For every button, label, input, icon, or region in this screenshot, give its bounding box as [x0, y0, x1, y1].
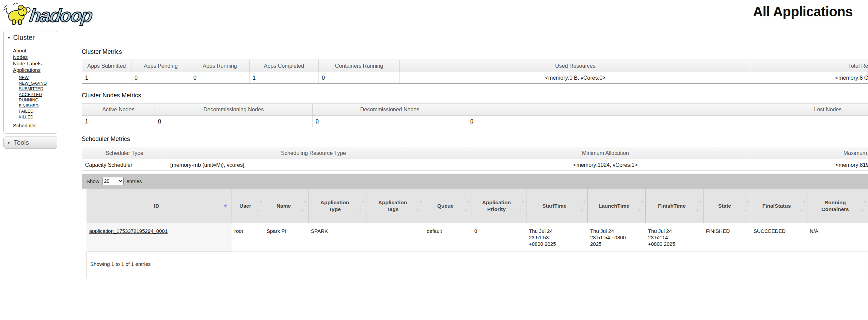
table-footer: Showing 1 to 1 of 1 entries — [86, 252, 868, 279]
col-scheduling-resource-type: Scheduling Resource Type — [167, 147, 460, 159]
header-starttime[interactable]: StartTime — [526, 189, 587, 223]
app-finishtime-cell: Thu Jul 24 23:52:14 +0800 2025 — [645, 223, 703, 252]
header-application-tags[interactable]: Application Tags — [366, 189, 424, 223]
apps-completed-value: 1 — [250, 72, 319, 84]
page-title: All Applications — [753, 4, 853, 19]
col-apps-completed: Apps Completed — [250, 60, 319, 72]
sort-icons — [464, 203, 470, 209]
col-total-resources: Total Resources — [751, 60, 868, 72]
col-maximum-allocation: Maximum Allocation — [751, 147, 868, 159]
col-active-nodes: Active Nodes — [82, 103, 155, 116]
hadoop-logo-text: hadoop — [29, 5, 94, 26]
app-running-containers-cell: N/A — [807, 223, 868, 252]
sidebar-item-state-new[interactable]: NEW — [19, 75, 29, 80]
hadoop-logo[interactable]: hadoop — [3, 2, 105, 27]
used-resources-value: <memory:0 B, vCores:0> — [400, 72, 751, 84]
total-resources-value: <memory:8 GB, vCores:8> — [751, 72, 868, 84]
header-application-type[interactable]: Application Type — [308, 189, 366, 223]
app-id-link[interactable]: application_1753372195294_0001 — [89, 228, 168, 234]
app-starttime-cell: Thu Jul 24 23:51:53 +0800 2025 — [526, 223, 587, 252]
apps-pending-value: 0 — [131, 72, 190, 84]
cluster-metrics-heading: Cluster Metrics — [82, 48, 868, 55]
sort-icons — [638, 203, 644, 209]
app-user-cell: root — [232, 223, 264, 252]
col-apps-pending: Apps Pending — [131, 60, 190, 72]
sidebar-item-nodes[interactable]: Nodes — [13, 54, 28, 60]
sidebar-item-state-new-saving[interactable]: NEW_SAVING — [19, 81, 47, 86]
header-running-containers[interactable]: Running Containers — [807, 189, 868, 223]
app-state-cell: FINISHED — [703, 223, 751, 252]
header-id[interactable]: ID — [86, 189, 232, 223]
sidebar-item-state-submitted[interactable]: SUBMITTED — [19, 86, 43, 91]
header-queue[interactable]: Queue — [424, 189, 472, 223]
page-size-select[interactable]: 20 — [102, 177, 124, 185]
sidebar-item-node-labels[interactable]: Node Labels — [13, 61, 42, 66]
tools-section-header[interactable]: ▸Tools — [3, 137, 57, 149]
header-finalstatus[interactable]: FinalStatus — [751, 189, 807, 223]
header-application-priority[interactable]: Application Priority — [472, 189, 526, 223]
header-launchtime[interactable]: LaunchTime — [587, 189, 645, 223]
app-tags-cell — [366, 223, 424, 252]
scheduler-type-value: Capacity Scheduler — [82, 159, 167, 171]
main-content: Cluster Metrics Apps Submitted Apps Pend… — [82, 48, 868, 279]
sidebar-item-state-running[interactable]: RUNNING — [19, 98, 38, 102]
sort-icons — [580, 203, 586, 209]
header-user[interactable]: User — [232, 189, 264, 223]
decommissioned-nodes-link[interactable]: 0 — [316, 118, 319, 124]
cluster-nodes-metrics-table: Active Nodes Decommissioning Nodes Decom… — [82, 103, 868, 127]
app-name-cell: Spark Pi — [264, 223, 308, 252]
caret-right-icon: ▸ — [8, 140, 11, 145]
sidebar-item-about[interactable]: About — [13, 48, 26, 53]
cluster-panel: ▾Cluster About Nodes Node Labels Applica… — [3, 31, 57, 134]
applications-table: ID User Name Application Type Applicatio… — [86, 189, 868, 252]
sort-icons — [861, 203, 866, 209]
app-finalstatus-cell: SUCCEEDED — [751, 223, 807, 252]
show-label: Show — [86, 178, 99, 184]
sidebar-item-state-failed[interactable]: FAILED — [19, 109, 33, 114]
sidebar-item-applications[interactable]: Applications — [13, 67, 41, 73]
maximum-allocation-value: <memory:8192, vCores:4> — [751, 159, 868, 171]
cluster-nodes-metrics-table-wrap: Active Nodes Decommissioning Nodes Decom… — [82, 103, 868, 127]
sidebar-item-state-finished[interactable]: FINISHED — [19, 103, 38, 108]
cluster-metrics-table: Apps Submitted Apps Pending Apps Running… — [82, 60, 868, 84]
header-id-label: ID — [154, 203, 159, 209]
cluster-nodes-metrics-heading: Cluster Nodes Metrics — [82, 92, 868, 99]
sidebar-item-state-accepted[interactable]: ACCEPTED — [19, 92, 42, 97]
sort-icons — [301, 203, 306, 209]
col-apps-running: Apps Running — [190, 60, 250, 72]
col-decommissioned-nodes: Decommissioned Nodes — [313, 103, 467, 116]
active-nodes-link[interactable]: 1 — [85, 118, 88, 124]
app-launchtime-cell: Thu Jul 24 23:51:54 +0800 2025 — [587, 223, 645, 252]
sidebar-item-scheduler[interactable]: Scheduler — [13, 123, 36, 128]
col-lost-nodes: Lost Nodes — [467, 103, 868, 116]
scheduler-metrics-table: Scheduler Type Scheduling Resource Type … — [82, 147, 868, 171]
decommissioning-nodes-link[interactable]: 0 — [158, 118, 161, 124]
table-toolbar: Show 20 entries — [82, 174, 868, 189]
app-id-cell: application_1753372195294_0001 — [86, 223, 232, 252]
col-used-resources: Used Resources — [400, 60, 751, 72]
sort-icons — [519, 203, 524, 209]
apps-submitted-value: 1 — [82, 72, 131, 84]
cluster-section-header[interactable]: ▾Cluster — [4, 31, 57, 44]
top-header: hadoop All Applications — [0, 0, 868, 31]
application-row: application_1753372195294_0001 root Spar… — [86, 223, 868, 252]
cluster-nav: About Nodes Node Labels Applications — [4, 48, 57, 73]
header-name[interactable]: Name — [264, 189, 308, 223]
scheduling-resource-type-value: [memory-mb (unit=Mi), vcores] — [167, 159, 460, 171]
lost-nodes-link[interactable]: 0 — [470, 118, 473, 124]
scheduler-metrics-table-wrap: Scheduler Type Scheduling Resource Type … — [82, 147, 868, 171]
scheduler-metrics-heading: Scheduler Metrics — [82, 135, 868, 143]
hadoop-elephant-icon: hadoop — [3, 2, 105, 27]
scheduler-nav: Scheduler — [4, 123, 57, 133]
sort-icons — [800, 203, 805, 209]
header-finishtime[interactable]: FinishTime — [645, 189, 703, 223]
entries-label: entries — [127, 178, 142, 184]
sidebar-item-state-killed[interactable]: KILLED — [19, 115, 33, 119]
header-state[interactable]: State — [703, 189, 751, 223]
col-containers-running: Containers Running — [319, 60, 400, 72]
cluster-metrics-table-wrap: Apps Submitted Apps Pending Apps Running… — [82, 60, 868, 84]
sort-desc-icon — [223, 205, 227, 208]
app-type-cell: SPARK — [308, 223, 366, 252]
sort-icons — [696, 203, 701, 209]
col-decommissioning-nodes: Decommissioning Nodes — [155, 103, 313, 116]
